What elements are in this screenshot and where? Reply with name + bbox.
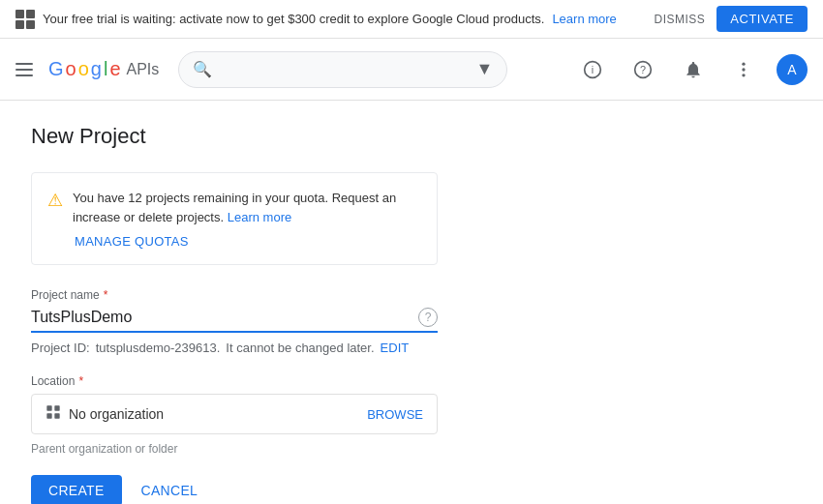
org-icon (46, 404, 61, 424)
logo-o1: o (66, 58, 76, 80)
svg-rect-10 (54, 413, 59, 418)
project-name-help-icon[interactable]: ? (418, 308, 438, 327)
location-box: No organization BROWSE (31, 394, 438, 434)
search-input[interactable] (220, 62, 468, 77)
warning-learn-more[interactable]: Learn more (228, 210, 291, 224)
logo-o2: o (78, 58, 89, 80)
warning-message: You have 12 projects remaining in your q… (73, 189, 421, 226)
top-banner: Your free trial is waiting: activate now… (0, 0, 823, 39)
page-title: New Project (31, 124, 792, 149)
dismiss-button[interactable]: DISMISS (655, 13, 706, 26)
quota-warning-box: ⚠ You have 12 projects remaining in your… (31, 172, 438, 265)
svg-rect-7 (46, 405, 51, 410)
search-icon: 🔍 (193, 60, 212, 78)
required-indicator: * (104, 288, 108, 302)
project-id-suffix: It cannot be changed later. (226, 341, 374, 355)
avatar[interactable]: A (777, 54, 808, 85)
help-icon-button[interactable]: ? (625, 52, 660, 87)
svg-point-4 (742, 62, 745, 65)
svg-rect-9 (46, 413, 51, 418)
project-name-label: Project name * (31, 288, 438, 302)
banner-right: DISMISS ACTIVATE (655, 6, 808, 32)
info-icon-button[interactable]: i (575, 52, 610, 87)
banner-learn-more[interactable]: Learn more (552, 12, 616, 26)
hamburger-menu[interactable] (15, 63, 33, 76)
more-icon-button[interactable] (726, 52, 761, 87)
svg-rect-8 (54, 405, 59, 410)
warning-row: ⚠ You have 12 projects remaining in your… (47, 189, 421, 226)
bell-icon-button[interactable] (676, 52, 711, 87)
create-button[interactable]: CREATE (31, 475, 122, 504)
location-value: No organization (69, 406, 164, 422)
location-required: * (78, 374, 83, 388)
main-content: New Project ⚠ You have 12 projects remai… (0, 101, 823, 504)
manage-quotas-link[interactable]: MANAGE QUOTAS (75, 234, 421, 249)
apis-label: APIs (127, 61, 160, 78)
logo-l: l (104, 58, 107, 80)
logo-g2: g (91, 58, 102, 80)
search-bar: 🔍 ▼ (178, 51, 507, 88)
logo-g: G (48, 58, 64, 80)
project-name-input-wrapper: ? (31, 308, 438, 333)
banner-text: Your free trial is waiting: activate now… (43, 12, 544, 26)
location-hint: Parent organization or folder (31, 442, 438, 456)
location-left: No organization (46, 404, 164, 424)
project-id-value: tutsplusdemo-239613. (96, 341, 221, 355)
header-right: i ? A (575, 52, 808, 87)
warning-icon: ⚠ (47, 190, 63, 211)
project-name-input[interactable] (31, 309, 418, 326)
banner-left: Your free trial is waiting: activate now… (15, 10, 617, 29)
cancel-button[interactable]: CANCEL (130, 475, 210, 504)
project-id-prefix: Project ID: (31, 341, 90, 355)
header: Google APIs 🔍 ▼ i ? A (0, 39, 823, 101)
svg-point-5 (742, 68, 745, 71)
google-logo: Google APIs (48, 58, 159, 80)
browse-button[interactable]: BROWSE (367, 407, 423, 422)
svg-text:?: ? (640, 64, 646, 75)
edit-project-id-link[interactable]: EDIT (381, 341, 410, 355)
location-label: Location * (31, 374, 438, 388)
new-project-form: Project name * ? Project ID: tutsplusdem… (31, 288, 438, 504)
search-dropdown-icon[interactable]: ▼ (475, 59, 493, 79)
project-id-row: Project ID: tutsplusdemo-239613. It cann… (31, 341, 438, 355)
form-buttons: CREATE CANCEL (31, 475, 438, 504)
svg-point-6 (742, 74, 745, 76)
activate-button[interactable]: ACTIVATE (716, 6, 808, 32)
grid-icon (15, 10, 35, 29)
logo-e: e (109, 58, 120, 80)
svg-text:i: i (592, 64, 594, 75)
